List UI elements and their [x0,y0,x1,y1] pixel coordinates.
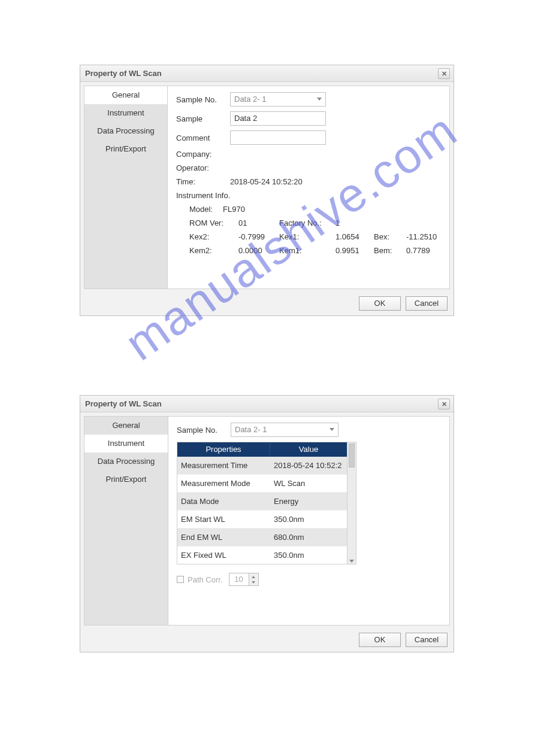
sidebar: General Instrument Data Processing Print… [84,86,168,289]
dialog-title: Property of WL Scan [85,399,162,408]
kem2-value: 0.0000 [238,246,277,255]
model-value: FL970 [223,205,245,214]
tab-data-processing[interactable]: Data Processing [84,122,167,140]
table-row: EX Fixed WL 350.0nm [177,546,347,564]
th-value: Value [270,442,347,457]
model-label: Model: [176,205,223,214]
dialog-title: Property of WL Scan [85,69,162,78]
chevron-down-icon [349,560,354,563]
properties-table: Properties Value Measurement Time 2018-0… [177,442,356,564]
property-wl-scan-dialog-instrument: Property of WL Scan ✕ General Instrument… [80,395,454,652]
kem1-value: 0.9951 [335,246,371,255]
instrument-info-section: Instrument Info. Model: FL970 ROM Ver: 0… [176,191,443,255]
tab-general[interactable]: General [84,417,168,435]
table-row: Measurement Time 2018-05-24 10:52:2 [177,457,347,475]
path-corr-checkbox[interactable] [177,576,184,583]
path-corr-label: Path Corr. [188,575,223,584]
kem2-label: Kem2: [189,246,236,255]
bex-label: Bex: [374,232,404,241]
operator-label: Operator: [176,163,230,172]
sample-no-value: Data 2- 1 [235,423,267,436]
factory-label: Factory No.: [279,218,333,227]
comment-input[interactable] [230,130,326,145]
sample-label: Sample [176,114,230,123]
bex-value: -11.2510 [406,232,443,241]
path-corr-row: Path Corr. 10 [177,573,443,586]
tab-instrument[interactable]: Instrument [84,104,167,122]
sample-no-dropdown[interactable]: Data 2- 1 [231,423,338,437]
comment-label: Comment [176,133,230,142]
ok-button[interactable]: OK [359,633,401,647]
chevron-down-icon [330,428,334,431]
ok-button[interactable]: OK [359,296,401,311]
romver-value: 01 [238,218,277,227]
chevron-down-icon [317,98,322,101]
property-wl-scan-dialog-general: Property of WL Scan ✕ General Instrument… [80,65,454,316]
table-row: EM Start WL 350.0nm [177,511,347,529]
th-properties: Properties [177,442,270,457]
titlebar: Property of WL Scan ✕ [80,65,454,82]
sidebar: General Instrument Data Processing Print… [84,417,168,625]
bem-value: 0.7789 [406,246,443,255]
romver-label: ROM Ver: [189,218,236,227]
time-value: 2018-05-24 10:52:20 [230,177,303,186]
sample-no-value: Data 2- 1 [234,93,266,106]
sample-no-label: Sample No. [176,95,230,104]
scroll-thumb[interactable] [349,444,355,467]
path-corr-spinner[interactable]: 10 [229,573,259,586]
sample-no-dropdown[interactable]: Data 2- 1 [230,92,326,107]
instrument-info-header: Instrument Info. [176,191,230,200]
table-header: Properties Value [177,442,347,457]
kem1-label: Kem1: [279,246,333,255]
close-icon[interactable]: ✕ [438,68,450,79]
bem-label: Bem: [374,246,404,255]
kex1-label: Kex1: [279,232,333,241]
spinner-up-icon[interactable] [249,573,258,579]
sample-input[interactable]: Data 2 [230,111,326,126]
table-row: Measurement Mode WL Scan [177,475,347,493]
spinner-down-icon[interactable] [249,579,258,585]
tab-instrument[interactable]: Instrument [84,435,168,453]
tab-general[interactable]: General [84,86,167,104]
path-corr-value: 10 [229,573,249,585]
titlebar: Property of WL Scan ✕ [80,396,454,412]
factory-value: 1 [335,218,371,227]
table-row: Data Mode Energy [177,493,347,511]
tab-print-export[interactable]: Print/Export [84,470,168,488]
close-icon[interactable]: ✕ [438,399,450,409]
kex1-value: 1.0654 [335,232,371,241]
sample-no-label: Sample No. [177,426,231,435]
time-label: Time: [176,177,230,186]
instrument-content: Sample No. Data 2- 1 Properties Value Me… [168,417,449,625]
tab-data-processing[interactable]: Data Processing [84,453,168,470]
tab-print-export[interactable]: Print/Export [84,140,167,158]
company-label: Company: [176,150,230,159]
kex2-value: -0.7999 [238,232,277,241]
general-content: Sample No. Data 2- 1 Sample Data 2 Comme… [168,86,449,289]
kex2-label: Kex2: [189,232,236,241]
table-scrollbar[interactable] [347,442,356,564]
table-row: End EM WL 680.0nm [177,529,347,546]
cancel-button[interactable]: Cancel [406,296,448,311]
cancel-button[interactable]: Cancel [406,633,448,647]
